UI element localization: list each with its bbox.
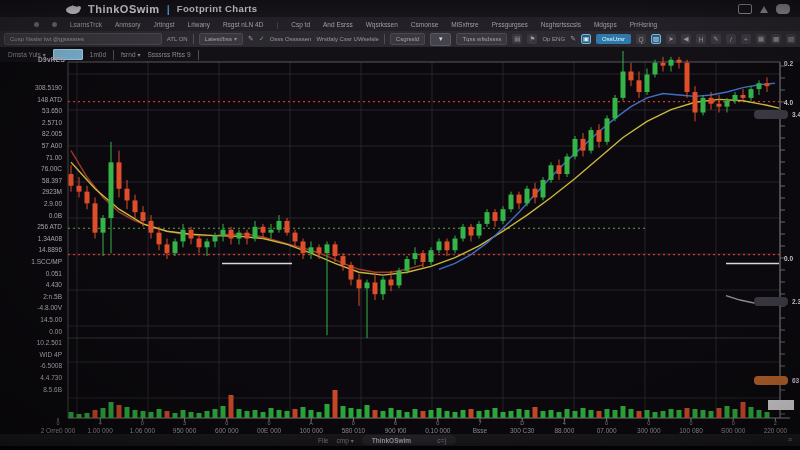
menu-item[interactable]: Mdgsps: [594, 21, 617, 28]
type-button[interactable]: Tqss wfsdssss: [456, 33, 507, 45]
chart-mode-icon[interactable]: ▣: [581, 34, 591, 44]
bell-icon[interactable]: [760, 6, 768, 13]
volume-bar: [421, 411, 426, 418]
volume-bar: [405, 412, 410, 418]
menu-item[interactable]: Nsghsrtsscsls: [541, 21, 581, 28]
candle: [277, 215, 282, 233]
crosshair-icon[interactable]: H: [696, 34, 706, 44]
menu-item[interactable]: Prssgurgses: [492, 21, 528, 28]
volume-bar: [749, 407, 754, 418]
volume-bar: [381, 411, 386, 418]
volume-bar: [717, 408, 722, 418]
candle: [445, 239, 450, 257]
candle: [765, 77, 770, 92]
price-chart[interactable]: 308.5190148 ATD53.6502.571082.00557 A007…: [0, 0, 800, 450]
menu-item[interactable]: Lrlwany: [188, 21, 210, 28]
grid-icon[interactable]: ▩: [771, 34, 781, 44]
menu-item[interactable]: Rsgst nLN 4D: [223, 21, 263, 28]
file-menu[interactable]: File: [318, 437, 328, 444]
menu-item[interactable]: And Esrss: [323, 21, 353, 28]
volume-bar: [453, 412, 458, 418]
candle: [461, 224, 466, 242]
candle: [501, 206, 506, 224]
gear-icon[interactable]: [34, 22, 39, 27]
x-axis-label: 1.00 000: [88, 427, 114, 434]
right-axis-label: 0.0: [784, 255, 793, 262]
panel-icon[interactable]: ▧: [786, 34, 796, 44]
menu-item[interactable]: Csp td: [291, 21, 310, 28]
menu-item[interactable]: Anmsory: [115, 21, 141, 28]
menu-item[interactable]: MiSxfrsre: [451, 21, 478, 28]
volume-bar: [645, 410, 650, 418]
edit-icon[interactable]: ✎: [570, 35, 576, 43]
volume-bar: [757, 410, 762, 418]
pencil-icon[interactable]: ✎: [248, 35, 254, 43]
menu-item[interactable]: PrrHsring: [630, 21, 657, 28]
candle: [253, 221, 258, 242]
left-axis-label: 308.5190: [35, 84, 62, 91]
brush-icon[interactable]: ✎: [711, 34, 721, 44]
volume-bar: [213, 409, 218, 418]
search-icon[interactable]: Q: [636, 34, 646, 44]
candle: [453, 236, 458, 254]
help-icon[interactable]: [52, 22, 57, 27]
volume-bar: [157, 409, 162, 418]
volume-bar: [301, 407, 306, 418]
volume-bar: [237, 409, 242, 418]
chart-settings-toolbar: Dmsta Yuls▾ 1m0d fsrnd▾ Ssssrss Rfss 9: [0, 47, 800, 62]
candle: [397, 268, 402, 289]
volume-bar: [613, 410, 618, 418]
volume-bar: [253, 410, 258, 418]
speaker-icon[interactable]: ◀: [681, 34, 691, 44]
zoom-plus-icon[interactable]: +: [741, 34, 751, 44]
window-icon[interactable]: [738, 4, 752, 14]
user-pill[interactable]: OssUzsr: [596, 34, 631, 44]
candle: [573, 136, 578, 159]
candle: [469, 224, 474, 242]
chevron-down-button[interactable]: ▾: [430, 33, 451, 46]
left-axis-label: 57 A00: [42, 142, 63, 149]
left-axis-label: 0.0B: [49, 212, 62, 219]
volume-bar: [141, 411, 146, 418]
menu-item[interactable]: Csmonse: [411, 21, 438, 28]
layout-icon[interactable]: ▦: [756, 34, 766, 44]
x-axis-minor: 2: [774, 420, 777, 426]
candle: [365, 280, 370, 339]
candle: [421, 250, 426, 268]
x-axis-minor: 0: [352, 420, 355, 426]
volume-bar: [117, 405, 122, 418]
volume-bar: [517, 409, 522, 418]
volume-bar: [565, 409, 570, 418]
volume-bar: [309, 410, 314, 418]
candle: [93, 198, 98, 239]
candle: [213, 233, 218, 248]
menu-item[interactable]: LsarnsTrck: [70, 21, 102, 28]
volume-bar: [261, 412, 266, 418]
page-title: Footprint Charts: [177, 3, 258, 14]
menu-item[interactable]: Jrtingst: [154, 21, 175, 28]
candle: [629, 63, 634, 86]
search-input[interactable]: Cosp Nsslsr lwt @gjssssres: [4, 33, 162, 45]
flag-icon[interactable]: ⚑: [527, 34, 537, 44]
candle: [749, 86, 754, 101]
clipboard-icon[interactable]: ▤: [512, 34, 522, 44]
volume-bar: [293, 409, 298, 418]
cursor-icon[interactable]: ➤: [666, 34, 676, 44]
candle: [701, 95, 706, 116]
trend-dropdown[interactable]: fsrnd▾: [121, 51, 140, 58]
menu-burger-icon[interactable]: ≡: [788, 436, 792, 443]
menu-item[interactable]: Wqsrkssen: [366, 21, 398, 28]
toggle-icon[interactable]: [776, 4, 790, 14]
line-tool-icon[interactable]: /: [726, 34, 736, 44]
axis-readout-box: [768, 400, 794, 410]
candle-chart-icon[interactable]: ▥: [651, 34, 661, 44]
capsule-button[interactable]: Csgrssld: [390, 33, 425, 45]
cmp-dropdown[interactable]: cmp▾: [336, 437, 353, 444]
series-settings[interactable]: Ssssrss Rfss 9: [148, 51, 191, 58]
candle: [533, 183, 538, 204]
candle: [157, 227, 162, 250]
left-axis-label: 71.00: [46, 154, 63, 161]
latest-dropdown[interactable]: Latest/bss▾: [199, 33, 243, 45]
candle: [725, 98, 730, 113]
left-axis-label: 8.5.6B: [43, 386, 62, 393]
